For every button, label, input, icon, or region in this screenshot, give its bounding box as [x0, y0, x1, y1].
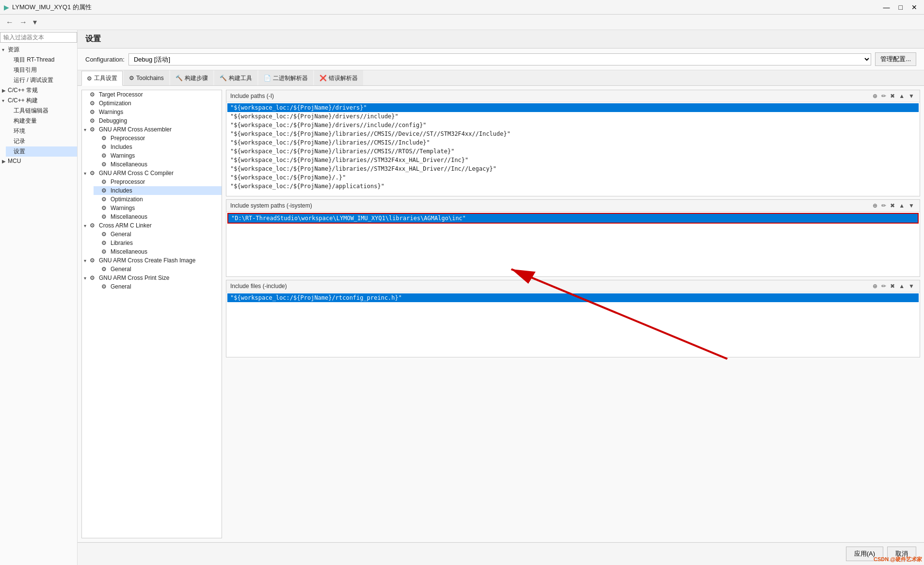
- settings-item-linker-libs[interactable]: ⚙ Libraries: [94, 239, 222, 247]
- path-item[interactable]: "${workspace_loc:/${ProjName}/libraries/…: [227, 129, 919, 138]
- path-item[interactable]: "${workspace_loc:/${ProjName}/libraries/…: [227, 156, 919, 164]
- section-btn-up-files[interactable]: ▲: [897, 282, 906, 290]
- settings-item-printsize-general[interactable]: ⚙ General: [94, 282, 222, 291]
- config-select[interactable]: Debug [活动]: [128, 53, 871, 65]
- section-btn-delete-sys[interactable]: ✖: [889, 202, 896, 210]
- section-btns-include-system: ⊕ ✏ ✖ ▲ ▼: [871, 202, 916, 210]
- settings-item-warnings[interactable]: ⚙ Warnings: [82, 108, 222, 116]
- path-item[interactable]: "${workspace_loc:/${ProjName}/drivers//i…: [227, 121, 919, 129]
- section-btn-down-sys[interactable]: ▼: [907, 202, 916, 210]
- sidebar-item-rtthread[interactable]: 项目 RT-Thread: [6, 55, 77, 65]
- tab-tool-settings[interactable]: ⚙ 工具设置: [81, 71, 123, 86]
- settings-item-flash[interactable]: ▾ ⚙ GNU ARM Cross Create Flash Image ⚙ G…: [82, 256, 222, 274]
- settings-item-asm-includes[interactable]: ⚙ Includes: [94, 143, 222, 151]
- close-button[interactable]: ✕: [908, 2, 920, 12]
- path-item[interactable]: "${workspace_loc:/${ProjName}/.}": [227, 173, 919, 182]
- back-button[interactable]: ←: [4, 17, 16, 28]
- manage-config-button[interactable]: 管理配置...: [875, 52, 916, 66]
- path-item[interactable]: "${workspace_loc:/${ProjName}/applicatio…: [227, 182, 919, 191]
- system-path-item-highlighted[interactable]: "D:\RT-ThreadStudio\workspace\LYMOW_IMU_…: [227, 213, 919, 224]
- section-btn-add[interactable]: ⊕: [871, 92, 879, 100]
- main-content: ▾ 资源 项目 RT-Thread 项目引用 运行 / 调试设置: [0, 30, 924, 565]
- tab-toolchains[interactable]: ⚙ Toolchains: [124, 70, 169, 85]
- settings-content: ⚙ Target Processor ⚙ Optimization: [78, 86, 924, 542]
- forward-button[interactable]: →: [17, 17, 29, 28]
- sidebar-item-cpp-general[interactable]: ▶ C/C++ 常规: [0, 85, 77, 96]
- section-btn-add-sys[interactable]: ⊕: [871, 202, 879, 210]
- section-btn-add-files[interactable]: ⊕: [871, 282, 879, 290]
- section-btn-down-files[interactable]: ▼: [907, 282, 916, 290]
- app-icon: ▶: [4, 3, 9, 11]
- path-item[interactable]: "${workspace_loc:/${ProjName}/drivers}": [227, 103, 919, 112]
- section-btns-include-files: ⊕ ✏ ✖ ▲ ▼: [871, 282, 916, 290]
- tab-build-tools[interactable]: 🔨 构建工具: [214, 70, 257, 85]
- section-btn-up-sys[interactable]: ▲: [897, 202, 906, 210]
- section-btn-edit[interactable]: ✏: [880, 92, 888, 100]
- tab-label-error-parser: 错误解析器: [329, 74, 358, 82]
- tab-label-toolchains: Toolchains: [136, 75, 164, 81]
- tab-binary-parser[interactable]: 📄 二进制解析器: [258, 70, 313, 85]
- settings-item-debugging[interactable]: ⚙ Debugging: [82, 116, 222, 125]
- maximize-button[interactable]: □: [896, 2, 906, 12]
- tab-build-steps[interactable]: 🔨 构建步骤: [170, 70, 213, 85]
- settings-item-target-processor[interactable]: ⚙ Target Processor: [82, 90, 222, 99]
- settings-item-linker-misc[interactable]: ⚙ Miscellaneous: [94, 247, 222, 256]
- dropdown-button[interactable]: ▾: [31, 16, 39, 28]
- sidebar-item-projref[interactable]: 项目引用: [6, 65, 77, 75]
- props-pane-wrapper: Include paths (-I) ⊕ ✏ ✖ ▲ ▼ ": [226, 90, 920, 538]
- sidebar-label-env: 环境: [14, 127, 25, 135]
- sidebar-item-settings[interactable]: 设置: [6, 146, 77, 157]
- minimize-button[interactable]: —: [880, 2, 893, 12]
- settings-item-gnu-asm[interactable]: ▾ ⚙ GNU ARM Cross Assembler ⚙ Preprocess…: [82, 125, 222, 169]
- sidebar-label-settings: 设置: [14, 147, 25, 156]
- apply-close-button[interactable]: 应用(A): [846, 547, 883, 561]
- section-btn-delete[interactable]: ✖: [889, 92, 896, 100]
- section-btn-delete-files[interactable]: ✖: [889, 282, 896, 290]
- section-btn-up[interactable]: ▲: [897, 92, 906, 100]
- sidebar-label-tooleditor: 工具链编辑器: [14, 107, 48, 115]
- settings-icon-asm-misc: ⚙: [101, 161, 109, 168]
- section-btn-down[interactable]: ▼: [907, 92, 916, 100]
- path-item[interactable]: "${workspace_loc:/${ProjName}/libraries/…: [227, 164, 919, 173]
- settings-item-c-includes[interactable]: ⚙ Includes: [94, 186, 222, 195]
- settings-item-asm-misc[interactable]: ⚙ Miscellaneous: [94, 160, 222, 169]
- settings-item-c-warnings[interactable]: ⚙ Warnings: [94, 204, 222, 212]
- toolbar-row: ← → ▾: [0, 15, 924, 30]
- section-header-include-files: Include files (-include) ⊕ ✏ ✖ ▲ ▼: [226, 280, 920, 292]
- settings-icon-target-processor: ⚙: [90, 91, 97, 98]
- sidebar-item-buildvars[interactable]: 构建变量: [6, 116, 77, 126]
- cancel-button[interactable]: 取消: [887, 547, 916, 561]
- section-btn-edit-sys[interactable]: ✏: [880, 202, 888, 210]
- filter-input[interactable]: [0, 32, 77, 43]
- include-file-item[interactable]: "${workspace_loc:/${ProjName}/rtconfig_p…: [227, 293, 919, 302]
- path-item[interactable]: "${workspace_loc:/${ProjName}/libraries/…: [227, 138, 919, 147]
- sidebar-item-log[interactable]: 记录: [6, 136, 77, 146]
- settings-item-gnu-c[interactable]: ▾ ⚙ GNU ARM Cross C Compiler ⚙ Preproces…: [82, 169, 222, 221]
- tab-error-parser[interactable]: ❌ 错误解析器: [314, 70, 363, 85]
- settings-item-c-preprocessor[interactable]: ⚙ Preprocessor: [94, 178, 222, 186]
- path-item[interactable]: "${workspace_loc:/${ProjName}/libraries/…: [227, 147, 919, 156]
- path-item[interactable]: "${workspace_loc:/${ProjName}/drivers//i…: [227, 112, 919, 121]
- sidebar-item-mcu[interactable]: ▶ MCU: [0, 157, 77, 165]
- sidebar-item-rundebug[interactable]: 运行 / 调试设置: [6, 75, 77, 85]
- sidebar-label-rundebug: 运行 / 调试设置: [14, 76, 53, 84]
- settings-item-c-optimization[interactable]: ⚙ Optimization: [94, 195, 222, 204]
- section-title-include-paths: Include paths (-I): [230, 93, 274, 99]
- section-btn-edit-files[interactable]: ✏: [880, 282, 888, 290]
- sidebar-item-cpp-build[interactable]: ▾ C/C++ 构建 工具链编辑器 构建变量 环境: [0, 96, 77, 157]
- tab-label-build-steps: 构建步骤: [185, 74, 208, 82]
- sidebar-item-env[interactable]: 环境: [6, 126, 77, 136]
- sidebar-item-tooleditor[interactable]: 工具链编辑器: [6, 106, 77, 116]
- section-body-include-files: "${workspace_loc:/${ProjName}/rtconfig_p…: [226, 292, 920, 357]
- settings-item-linker[interactable]: ▾ ⚙ Cross ARM C Linker ⚙ General: [82, 221, 222, 256]
- settings-item-printsize[interactable]: ▾ ⚙ GNU ARM Cross Print Size ⚙ General: [82, 274, 222, 291]
- settings-item-asm-preprocessor[interactable]: ⚙ Preprocessor: [94, 134, 222, 143]
- settings-item-asm-warnings[interactable]: ⚙ Warnings: [94, 151, 222, 160]
- settings-item-optimization[interactable]: ⚙ Optimization: [82, 99, 222, 108]
- sidebar-item-resources[interactable]: ▾ 资源 项目 RT-Thread 项目引用 运行 / 调试设置: [0, 45, 77, 85]
- settings-item-linker-general[interactable]: ⚙ General: [94, 230, 222, 239]
- section-header-include-paths: Include paths (-I) ⊕ ✏ ✖ ▲ ▼: [226, 90, 920, 102]
- settings-icon-printsize-general: ⚙: [101, 283, 109, 290]
- settings-item-c-misc[interactable]: ⚙ Miscellaneous: [94, 212, 222, 221]
- settings-item-flash-general[interactable]: ⚙ General: [94, 265, 222, 274]
